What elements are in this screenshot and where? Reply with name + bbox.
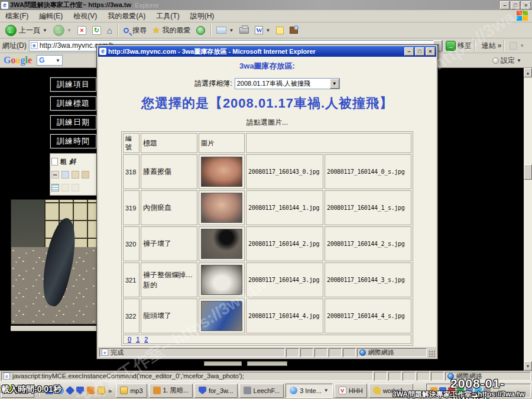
background-photo[interactable] xyxy=(11,199,102,325)
print-button[interactable] xyxy=(236,26,252,35)
photo-thumbnail[interactable] xyxy=(201,229,242,259)
sidebar-item-training-item[interactable]: 訓練項目 xyxy=(50,77,96,92)
popup-status-text: 完成 xyxy=(111,348,124,357)
insert-table-icon[interactable] xyxy=(51,184,59,192)
google-dropdown-icon[interactable]: ▼ xyxy=(56,58,60,63)
search-button[interactable]: 搜尋 xyxy=(121,24,150,37)
popup-titlebar[interactable]: e http://3wa.myvnc.com - 3wa圖庫存放區 - Micr… xyxy=(98,46,436,57)
page-link-1[interactable]: 1 xyxy=(136,336,140,343)
stop-button[interactable]: × xyxy=(74,25,89,36)
refresh-button[interactable]: ↻ xyxy=(89,25,104,36)
photo-thumbnail[interactable] xyxy=(201,265,242,295)
edit-button[interactable]: W ▼ xyxy=(252,25,273,35)
mail-dropdown-icon[interactable]: ▼ xyxy=(229,28,233,33)
page-fragment-bar xyxy=(204,361,242,366)
close-button[interactable]: × xyxy=(521,1,531,9)
taskbar-button-hhh[interactable]: V HHH xyxy=(335,384,367,398)
scroll-up-icon[interactable]: ▲ xyxy=(524,68,532,77)
minimize-button[interactable]: – xyxy=(500,1,510,9)
google-settings-button[interactable]: 設定 ▼ xyxy=(492,56,521,66)
bold-button[interactable]: 粗 xyxy=(60,157,67,166)
sidebar-item-training-title[interactable]: 訓練標題 xyxy=(50,96,96,111)
paste-icon[interactable] xyxy=(72,171,79,179)
menu-view[interactable]: 檢視(V) xyxy=(68,11,102,21)
album-select[interactable]: 2008.01.17車禍.人被撞飛 ▼ xyxy=(235,78,340,89)
taskbar-button-dark[interactable]: 1. 黑暗... xyxy=(149,384,193,398)
gallery-popup-window: e http://3wa.myvnc.com - 3wa圖庫存放區 - Micr… xyxy=(96,44,438,359)
brush-app-icon[interactable] xyxy=(87,387,95,394)
stop-icon: × xyxy=(77,26,86,35)
disabled-editor-icon xyxy=(61,184,69,192)
edit-dropdown-icon[interactable]: ▼ xyxy=(265,28,270,33)
menu-favorites[interactable]: 我的最愛(A) xyxy=(102,11,151,21)
history-button[interactable] xyxy=(193,25,208,36)
photo-thumb-filename-link[interactable]: 20080117_160144_0_s.jpg xyxy=(325,154,411,189)
discuss-button[interactable] xyxy=(273,25,287,35)
photo-thumbnail[interactable] xyxy=(201,301,242,331)
menu-tools[interactable]: 工具(T) xyxy=(151,11,184,21)
photo-filename-link[interactable]: 20080117_160144_3.jpg xyxy=(246,262,323,297)
forward-icon: → xyxy=(53,25,64,36)
photo-thumb-filename-link[interactable]: 20080117_160144_2_s.jpg xyxy=(325,226,411,261)
mail-button[interactable]: ▼ xyxy=(213,25,236,35)
popup-minimize-button[interactable]: – xyxy=(404,47,414,56)
links-button[interactable]: 連結 » xyxy=(482,41,502,51)
taskbar-button-for3w[interactable]: for_3w... xyxy=(194,384,238,398)
cut-icon[interactable]: ✂ xyxy=(51,171,59,179)
scrollbar-thumb[interactable] xyxy=(524,164,532,180)
new-doc-icon[interactable] xyxy=(51,158,58,166)
clock-app-icon[interactable] xyxy=(98,387,105,394)
home-button[interactable]: ⌂ xyxy=(104,24,115,37)
copy-icon[interactable] xyxy=(61,171,69,179)
go-button[interactable]: → 移至 xyxy=(446,41,472,51)
photo-filename-link[interactable]: 20080117_160144_1.jpg xyxy=(246,190,323,225)
page-link-0[interactable]: 0 xyxy=(128,336,131,343)
sidebar-item-training-date[interactable]: 訓練日期 xyxy=(50,115,96,129)
paste-word-icon[interactable] xyxy=(82,171,89,179)
sidebar-item-training-time[interactable]: 訓練時間 xyxy=(50,134,96,148)
menu-help[interactable]: 說明(H) xyxy=(185,11,220,21)
italic-button[interactable]: 斜 xyxy=(69,157,76,166)
photo-filename-link[interactable]: 20080117_160144_4.jpg xyxy=(246,299,323,333)
quicklaunch-chevron-icon[interactable]: » xyxy=(108,387,112,394)
research-button[interactable] xyxy=(287,25,301,35)
photo-thumb-filename-link[interactable]: 20080117_160144_3_s.jpg xyxy=(325,262,411,297)
back-dropdown-icon[interactable]: ▼ xyxy=(43,28,47,33)
diamond-app-icon[interactable] xyxy=(66,386,75,395)
popup-close-button[interactable]: × xyxy=(426,47,435,56)
forward-dropdown-icon: ▼ xyxy=(67,28,72,33)
popup-restore-button[interactable]: □ xyxy=(415,47,424,56)
standard-toolbar: ← 上一頁 ▼ → ▼ × ↻ ⌂ 搜尋 ★ 我的最愛 ▼ W ▼ xyxy=(0,22,532,38)
resize-grip[interactable] xyxy=(428,350,435,357)
vertical-scrollbar[interactable]: ▲ ▼ xyxy=(524,68,532,371)
shield-app-icon[interactable] xyxy=(76,387,84,394)
back-button[interactable]: ← 上一頁 ▼ xyxy=(2,24,50,37)
status-zone xyxy=(431,372,444,381)
status-zone xyxy=(388,372,401,381)
favorites-button[interactable]: ★ 我的最愛 xyxy=(150,24,194,37)
photo-thumb-filename-link[interactable]: 20080117_160144_4_s.jpg xyxy=(325,299,411,333)
window-title: 3WA問題解決專家工作室~ https://3wa.tw xyxy=(10,1,131,9)
photo-filename-link[interactable]: 20080117_160144_2.jpg xyxy=(246,226,323,261)
menu-file[interactable]: 檔案(F) xyxy=(0,11,34,21)
table-header-row: 編號 標題 圖片 xyxy=(123,133,411,153)
photo-filename-link[interactable]: 20080117_160143_0.jpg xyxy=(246,154,323,189)
google-search-box[interactable]: G ▼ xyxy=(37,55,63,66)
scroll-down-icon[interactable]: ▼ xyxy=(524,361,532,371)
photo-thumbnail[interactable] xyxy=(201,157,242,187)
taskbar-button-mp3[interactable]: mp3 xyxy=(116,384,147,398)
restore-button[interactable]: □ xyxy=(511,1,520,9)
status-zone xyxy=(343,348,356,357)
forward-button[interactable]: → ▼ xyxy=(50,24,74,37)
photo-thumbnail[interactable] xyxy=(201,193,242,223)
select-dropdown-icon[interactable]: ▼ xyxy=(330,79,339,89)
app-icon xyxy=(153,387,161,394)
taskbar-button-ie-group[interactable]: 3 Inte... ▼ xyxy=(286,384,333,398)
menu-edit[interactable]: 編輯(E) xyxy=(34,11,68,21)
page-link-2[interactable]: 2 xyxy=(144,336,148,343)
print-icon xyxy=(239,27,249,34)
photo-thumb-filename-link[interactable]: 20080117_160144_1_s.jpg xyxy=(325,190,411,225)
taskbar-button-leechftp[interactable]: LeechF... xyxy=(239,384,284,398)
toolbar-separator xyxy=(210,24,211,36)
photo-id: 321 xyxy=(123,262,140,297)
